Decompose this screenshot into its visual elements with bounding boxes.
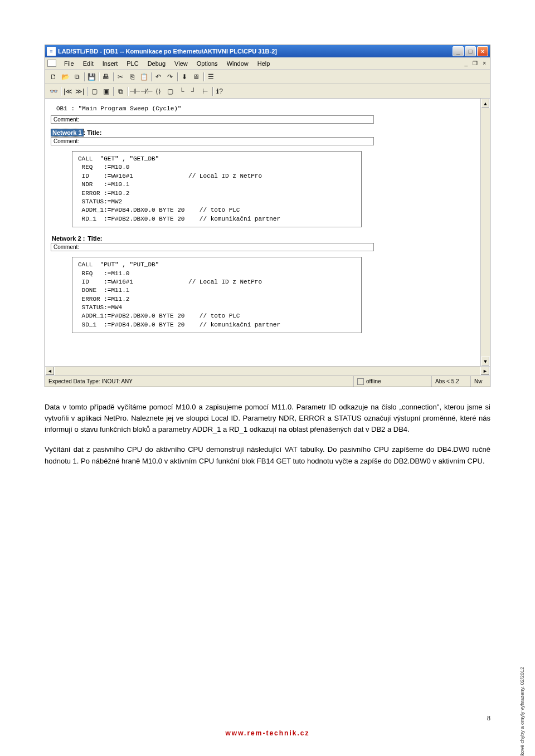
page-number: 8	[487, 714, 490, 723]
toolbar-2: 👓 |≪ ≫| ▢ ▣ ⧉ ⊣⊢ ⊣⁄⊢ ⟨⟩ ▢ └ ┘ ⊢ ℹ?	[45, 84, 490, 99]
open-icon[interactable]: 📂	[60, 71, 71, 82]
vertical-scrollbar[interactable]: ▲ ▼	[480, 99, 490, 366]
view1-icon[interactable]: ▢	[89, 86, 100, 97]
footer-url: www.rem-technik.cz	[0, 729, 535, 737]
branch-open-icon[interactable]: └	[176, 86, 187, 97]
branch-close-icon[interactable]: ┘	[188, 86, 199, 97]
editor-area: OB1 : "Main Program Sweep (Cycle)" Comme…	[45, 99, 490, 366]
separator	[86, 86, 88, 97]
menu-options[interactable]: Options	[192, 59, 222, 68]
separator	[127, 86, 129, 97]
titlebar: ≡ LAD/STL/FBD - [OB1 -- Komunikace po Et…	[45, 45, 490, 57]
separator	[112, 71, 114, 82]
separator	[83, 71, 85, 82]
app-icon: ≡	[47, 47, 56, 56]
maximize-button[interactable]: □	[465, 46, 476, 56]
separator	[202, 71, 205, 82]
glasses-icon[interactable]: 👓	[48, 86, 59, 97]
side-note: Tiskové chyby a omyly vyhrazeny. 02/2012	[519, 667, 525, 756]
new-icon[interactable]: 🗋	[48, 71, 59, 82]
menu-view[interactable]: View	[170, 59, 192, 68]
scroll-left-icon[interactable]: ◄	[45, 367, 55, 375]
menu-file[interactable]: File	[60, 59, 79, 68]
scroll-track[interactable]	[481, 108, 490, 357]
ob-header: OB1 : "Main Program Sweep (Cycle)"	[51, 103, 475, 114]
monitor-icon[interactable]: 🖥	[191, 71, 202, 82]
network-2-label[interactable]: Network 2 :	[51, 235, 86, 242]
status-offline: offline	[354, 376, 432, 387]
toolbar-1: 🗋 📂 ⧉ 💾 🖶 ✂ ⎘ 📋 ↶ ↷ ⬇ 🖥 ☰	[45, 70, 490, 84]
minimize-button[interactable]: _	[453, 46, 464, 56]
network-2-title: Network 2 : Title:	[51, 235, 475, 242]
next-icon[interactable]: ≫|	[74, 86, 85, 97]
paragraph-2: Vyčítání dat z pasivního CPU do aktivníh…	[45, 444, 490, 466]
menu-edit[interactable]: Edit	[79, 59, 98, 68]
scroll-up-icon[interactable]: ▲	[481, 99, 490, 108]
separator	[176, 71, 178, 82]
coil-icon[interactable]: ⟨⟩	[153, 86, 164, 97]
print-icon[interactable]: 🖶	[100, 71, 111, 82]
undo-icon[interactable]: ↶	[153, 71, 164, 82]
box-icon[interactable]: ▢	[164, 86, 176, 97]
status-expected-type: Expected Data Type: INOUT: ANY	[45, 376, 354, 387]
menu-insert[interactable]: Insert	[98, 59, 123, 68]
menu-window[interactable]: Window	[222, 59, 253, 68]
status-abs: Abs < 5.2	[432, 376, 471, 387]
paragraph-1: Data v tomto případě vyčítáme pomocí M10…	[45, 402, 490, 435]
redo-icon[interactable]: ↷	[164, 71, 176, 82]
ncontact-icon[interactable]: ⊣⁄⊢	[141, 86, 152, 97]
separator	[112, 86, 114, 97]
network-2-comment[interactable]: Comment:	[51, 243, 374, 251]
save-icon[interactable]: 💾	[86, 71, 97, 82]
menu-icon	[47, 60, 56, 67]
paste-icon[interactable]: 📋	[138, 71, 149, 82]
network-1-title: Network 1: Title:	[51, 129, 475, 136]
comment-box[interactable]: Comment:	[51, 115, 374, 124]
network-1-label[interactable]: Network 1	[51, 129, 84, 136]
menubar: File Edit Insert PLC Debug View Options …	[45, 57, 490, 70]
network-1-code[interactable]: CALL "GET" , "GET_DB" REQ :=M10.0 ID :=W…	[72, 151, 362, 227]
menu-plc[interactable]: PLC	[122, 59, 143, 68]
mdi-minimize-button[interactable]: _	[463, 60, 470, 66]
scroll-right-icon[interactable]: ►	[480, 367, 490, 375]
separator	[98, 71, 100, 82]
document-body: Data v tomto případě vyčítáme pomocí M10…	[45, 402, 490, 467]
catalog-icon[interactable]: ☰	[205, 71, 216, 82]
window-title: LAD/STL/FBD - [OB1 -- Komunikace po Ethe…	[58, 48, 453, 55]
menu-help[interactable]: Help	[253, 59, 275, 68]
status-bar: Expected Data Type: INOUT: ANY offline A…	[45, 375, 490, 387]
cut-icon[interactable]: ✂	[115, 71, 126, 82]
scroll-down-icon[interactable]: ▼	[481, 357, 490, 366]
prev-icon[interactable]: |≪	[62, 86, 74, 97]
horizontal-scrollbar[interactable]: ◄ ►	[45, 366, 490, 375]
scroll-track[interactable]	[55, 367, 480, 375]
app-window: ≡ LAD/STL/FBD - [OB1 -- Komunikace po Et…	[45, 45, 490, 387]
separator	[150, 71, 152, 82]
status-nw: Nw	[471, 376, 490, 387]
menu-debug[interactable]: Debug	[143, 59, 170, 68]
new-network-icon[interactable]: ⧉	[115, 86, 126, 97]
mdi-restore-button[interactable]: ❐	[471, 60, 479, 66]
download-icon[interactable]: ⬇	[179, 71, 190, 82]
offline-icon	[357, 378, 364, 385]
close-button[interactable]: ×	[477, 46, 488, 56]
network-2-code[interactable]: CALL "PUT" , "PUT_DB" REQ :=M11.0 ID :=W…	[72, 257, 362, 333]
connection-icon[interactable]: ⊢	[200, 86, 211, 97]
separator	[60, 86, 62, 97]
network-1-comment[interactable]: Comment:	[51, 137, 374, 145]
copy-icon[interactable]: ⎘	[127, 71, 138, 82]
view2-icon[interactable]: ▣	[100, 86, 111, 97]
contact-icon[interactable]: ⊣⊢	[129, 86, 140, 97]
mdi-close-button[interactable]: ×	[481, 60, 488, 66]
help-icon[interactable]: ℹ?	[214, 86, 225, 97]
category-icon[interactable]: ⧉	[71, 71, 82, 82]
separator	[211, 86, 213, 97]
